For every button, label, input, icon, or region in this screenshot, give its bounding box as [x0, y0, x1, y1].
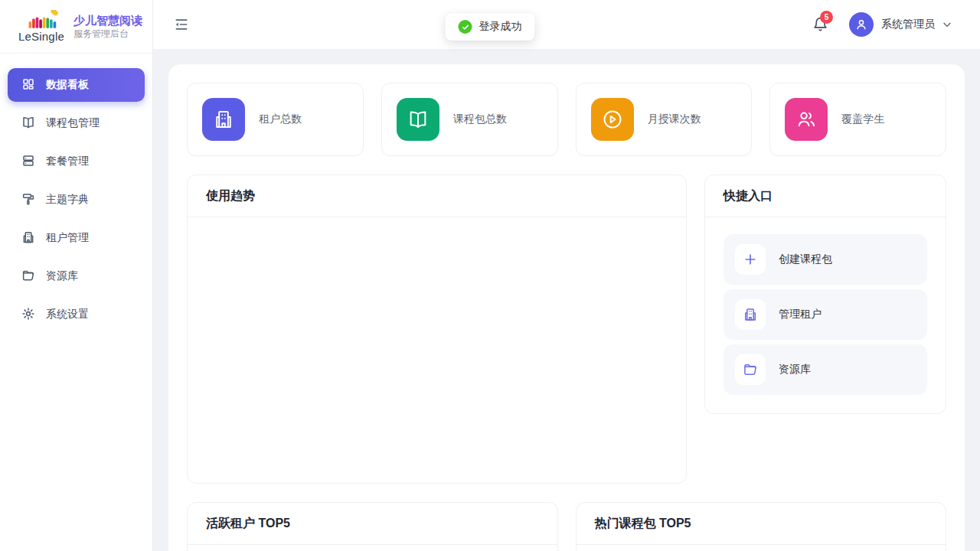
sidebar-item-theme-dictionary[interactable]: 主题字典 [8, 181, 145, 219]
book-icon [21, 116, 35, 132]
bottom-row: 活跃租户 TOP5 热门课程包 TOP5 [187, 502, 946, 551]
brand-logo-text: LeSingle [18, 30, 64, 43]
gear-icon [21, 307, 35, 323]
folder-icon [735, 354, 766, 385]
folder-icon [21, 269, 35, 285]
notification-badge: 5 [820, 11, 833, 24]
sidebar-item-dashboard[interactable]: 数据看板 [8, 68, 145, 102]
quick-item-label: 管理租户 [779, 308, 822, 321]
sidebar-menu: 数据看板 课程包管理 套餐管理 [0, 54, 152, 334]
toast-message: 登录成功 [479, 20, 522, 34]
panel-title: 快捷入口 [724, 189, 773, 202]
stat-card-covered-students: 覆盖学生 [769, 83, 946, 156]
stat-icon-course-packages [397, 98, 439, 141]
stat-card-monthly-lessons: 月授课次数 [576, 83, 753, 156]
sidebar-item-label: 课程包管理 [46, 116, 100, 130]
hot-course-packages-panel: 热门课程包 TOP5 [576, 502, 947, 551]
success-check-icon [459, 20, 472, 34]
sidebar-item-label: 系统设置 [46, 308, 89, 321]
person-icon [854, 18, 868, 31]
main-content: 租户总数 课程包总数 月授课次数 [153, 49, 980, 551]
sidebar-item-label: 套餐管理 [46, 155, 89, 168]
sidebar-item-course-packages[interactable]: 课程包管理 [8, 104, 145, 142]
building-icon [213, 109, 234, 130]
users-icon [795, 109, 817, 130]
panel-title: 热门课程包 TOP5 [595, 517, 691, 530]
usage-trend-chart-area [188, 217, 686, 483]
stat-icon-tenants [202, 98, 245, 141]
middle-row: 使用趋势 快捷入口 创建课程包 [187, 174, 946, 484]
stat-icon-monthly-lessons [591, 98, 634, 141]
usage-trend-panel: 使用趋势 [187, 174, 687, 484]
panel-header: 快捷入口 [705, 175, 946, 217]
stat-label: 覆盖学生 [841, 112, 884, 126]
quick-access-panel: 快捷入口 创建课程包 [704, 174, 946, 414]
brand-subtitle: 服务管理后台 [74, 28, 142, 41]
sidebar-item-tenants[interactable]: 租户管理 [8, 219, 145, 257]
quick-item-create-course-package[interactable]: 创建课程包 [724, 234, 927, 285]
sidebar: LeSingle 少儿智慧阅读 服务管理后台 数据看板 课程包管理 [0, 0, 153, 551]
panel-header: 热门课程包 TOP5 [577, 503, 946, 545]
server-icon [21, 154, 35, 170]
paint-roller-icon [21, 192, 35, 208]
sidebar-item-resources[interactable]: 资源库 [8, 257, 145, 295]
sidebar-collapse-button[interactable] [172, 15, 191, 34]
quick-item-resources[interactable]: 资源库 [724, 344, 927, 395]
stat-icon-covered-students [785, 98, 828, 141]
sidebar-item-label: 数据看板 [46, 78, 89, 92]
dashboard-container: 租户总数 课程包总数 月授课次数 [168, 64, 965, 551]
plus-icon [735, 244, 766, 275]
user-name[interactable]: 系统管理员 [881, 18, 935, 31]
quick-item-manage-tenants[interactable]: 管理租户 [724, 289, 927, 340]
stats-row: 租户总数 课程包总数 月授课次数 [187, 83, 946, 156]
brand-header: LeSingle 少儿智慧阅读 服务管理后台 [0, 0, 152, 54]
panel-title: 使用趋势 [206, 189, 255, 202]
stat-card-tenants: 租户总数 [187, 83, 364, 156]
book-icon [407, 109, 429, 130]
stat-label: 月授课次数 [648, 112, 701, 126]
dashboard-grid-icon [21, 77, 35, 93]
panel-header: 使用趋势 [188, 175, 686, 217]
panel-title: 活跃租户 TOP5 [206, 517, 290, 530]
sidebar-item-label: 主题字典 [46, 193, 89, 207]
notifications-button[interactable]: 5 [812, 16, 829, 33]
building-icon [735, 299, 766, 330]
quick-item-label: 创建课程包 [779, 253, 832, 266]
chevron-down-icon[interactable] [942, 19, 952, 30]
toast-login-success: 登录成功 [446, 13, 535, 41]
stat-card-course-packages: 课程包总数 [381, 83, 558, 156]
building-icon [21, 230, 35, 246]
avatar[interactable] [849, 12, 874, 37]
brand-logo: LeSingle [18, 10, 64, 43]
panel-header: 活跃租户 TOP5 [188, 503, 557, 545]
sidebar-item-plans[interactable]: 套餐管理 [8, 142, 145, 181]
lesingle-logo-icon [24, 10, 58, 31]
topbar: 5 系统管理员 [153, 0, 980, 49]
sidebar-item-label: 资源库 [46, 269, 78, 283]
stat-label: 课程包总数 [453, 112, 507, 126]
active-tenants-panel: 活跃租户 TOP5 [187, 502, 558, 551]
sidebar-item-settings[interactable]: 系统设置 [8, 295, 145, 334]
quick-item-label: 资源库 [779, 363, 811, 377]
sidebar-item-label: 租户管理 [46, 231, 89, 245]
play-circle-icon [602, 109, 623, 130]
quick-access-list: 创建课程包 管理租户 [705, 217, 946, 413]
stat-label: 租户总数 [259, 112, 302, 126]
menu-fold-icon [174, 17, 189, 32]
brand-title: 少儿智慧阅读 [74, 13, 142, 28]
